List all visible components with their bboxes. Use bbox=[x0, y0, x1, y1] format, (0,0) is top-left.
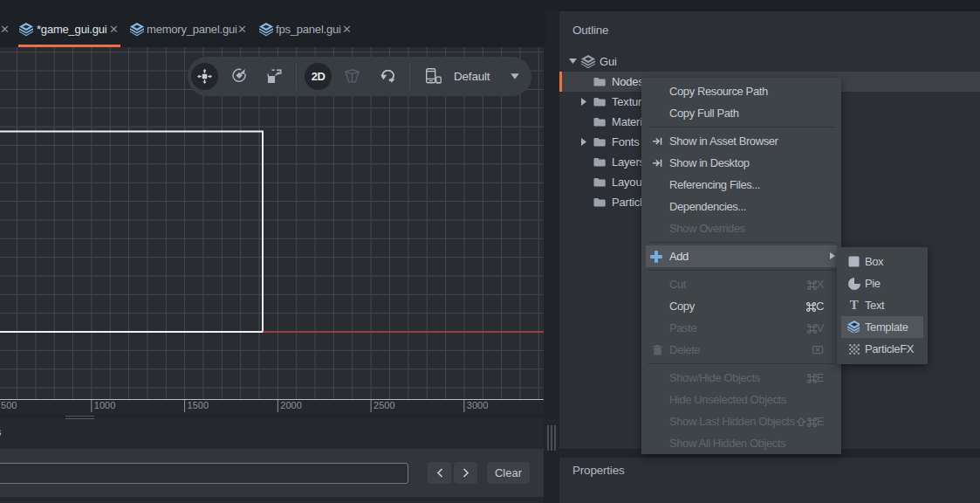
svg-text:2000: 2000 bbox=[280, 400, 301, 410]
svg-text:3000: 3000 bbox=[467, 400, 488, 410]
svg-text:1000: 1000 bbox=[94, 400, 115, 410]
svg-text:500: 500 bbox=[1, 400, 17, 410]
svg-text:T: T bbox=[850, 299, 859, 311]
svg-text:1500: 1500 bbox=[188, 400, 209, 410]
svg-text:2500: 2500 bbox=[373, 400, 394, 410]
